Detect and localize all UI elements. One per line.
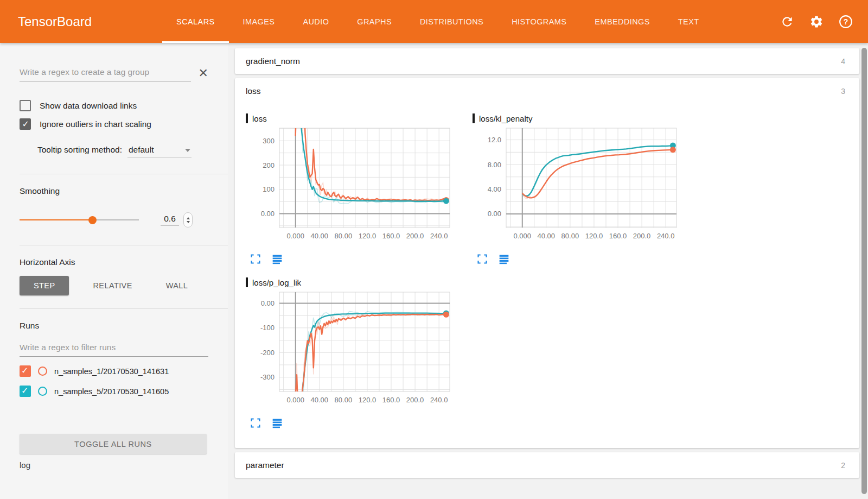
svg-text:80.00: 80.00 bbox=[335, 232, 353, 240]
vertical-scrollbar[interactable] bbox=[861, 48, 867, 494]
run-color-swatch[interactable] bbox=[38, 387, 47, 396]
tag-regex-input[interactable]: Write a regex to create a tag group bbox=[20, 63, 191, 81]
svg-text:12.0: 12.0 bbox=[488, 136, 501, 144]
run-label: n_samples_5/20170530_141605 bbox=[54, 387, 169, 396]
svg-text:40.00: 40.00 bbox=[311, 232, 329, 240]
run-color-swatch[interactable] bbox=[38, 367, 47, 376]
section-card-parameter: parameter 2 bbox=[235, 452, 859, 478]
svg-text:120.0: 120.0 bbox=[359, 232, 376, 240]
svg-text:200.0: 200.0 bbox=[406, 396, 424, 404]
data-table-icon[interactable] bbox=[499, 254, 509, 264]
section-title: loss bbox=[246, 86, 261, 96]
tab-embeddings[interactable]: EMBEDDINGS bbox=[580, 0, 664, 43]
smoothing-stepper[interactable] bbox=[183, 212, 193, 228]
chart-loss-kl-penalty: loss/kl_penalty 0.00040.0080.00120.0160.… bbox=[473, 113, 698, 270]
svg-text:8.00: 8.00 bbox=[488, 161, 501, 169]
svg-text:-300: -300 bbox=[260, 373, 275, 381]
run-checkbox[interactable] bbox=[20, 386, 31, 397]
svg-text:80.00: 80.00 bbox=[335, 396, 353, 404]
run-checkbox[interactable] bbox=[20, 365, 31, 377]
smoothing-label: Smoothing bbox=[20, 186, 208, 196]
tooltip-sorting-label: Tooltip sorting method: bbox=[37, 145, 122, 155]
log-link[interactable]: log bbox=[20, 460, 208, 470]
svg-text:240.0: 240.0 bbox=[657, 232, 675, 240]
runs-regex-input[interactable]: Write a regex to filter runs bbox=[20, 338, 208, 357]
chart-title: loss bbox=[252, 114, 267, 123]
section-count-badge: 4 bbox=[841, 57, 845, 66]
runs-regex-placeholder: Write a regex to filter runs bbox=[20, 343, 116, 352]
svg-text:100: 100 bbox=[263, 185, 275, 193]
tag-marker bbox=[246, 113, 248, 123]
tag-regex-placeholder: Write a regex to create a tag group bbox=[20, 67, 149, 77]
horizontal-axis-label: Horizontal Axis bbox=[20, 257, 208, 267]
refresh-icon[interactable] bbox=[780, 15, 794, 29]
loss-line-chart[interactable]: 0.00040.0080.00120.0160.0200.0240.00.001… bbox=[246, 124, 456, 249]
data-table-icon[interactable] bbox=[272, 254, 283, 264]
chevron-down-icon bbox=[185, 149, 190, 152]
runs-heading: Runs bbox=[20, 321, 208, 331]
svg-text:4.00: 4.00 bbox=[488, 185, 501, 193]
smoothing-value-input[interactable]: 0.6 bbox=[161, 214, 179, 226]
axis-wall-button[interactable]: WALL bbox=[156, 276, 198, 295]
svg-text:-100: -100 bbox=[260, 324, 275, 332]
axis-step-button[interactable]: STEP bbox=[20, 276, 69, 295]
svg-text:240.0: 240.0 bbox=[430, 396, 448, 404]
chart-title: loss/p_log_lik bbox=[252, 278, 301, 287]
top-app-bar: TensorBoard SCALARS IMAGES AUDIO GRAPHS … bbox=[0, 0, 868, 43]
section-count-badge: 2 bbox=[841, 461, 845, 470]
expand-chart-icon[interactable] bbox=[250, 254, 261, 264]
divider bbox=[20, 174, 228, 174]
svg-text:0.000: 0.000 bbox=[513, 232, 531, 240]
close-icon[interactable]: ✕ bbox=[199, 67, 208, 81]
chart-loss-p-log-lik: loss/p_log_lik 0.00040.0080.00120.0160.0… bbox=[246, 277, 471, 434]
tab-images[interactable]: IMAGES bbox=[229, 0, 289, 43]
tab-scalars[interactable]: SCALARS bbox=[162, 0, 229, 43]
slider-handle[interactable] bbox=[88, 216, 97, 224]
toggle-all-runs-button[interactable]: TOGGLE ALL RUNS bbox=[20, 434, 207, 454]
svg-text:?: ? bbox=[844, 17, 848, 26]
settings-gear-icon[interactable] bbox=[809, 15, 824, 29]
svg-text:200: 200 bbox=[263, 161, 275, 169]
section-count-badge: 3 bbox=[841, 87, 845, 96]
svg-text:0.000: 0.000 bbox=[286, 396, 304, 404]
section-header-parameter[interactable]: parameter 2 bbox=[235, 452, 859, 478]
ignore-outliers-label: Ignore outliers in chart scaling bbox=[40, 119, 151, 129]
tab-graphs[interactable]: GRAPHS bbox=[343, 0, 406, 43]
svg-text:0.00: 0.00 bbox=[488, 210, 501, 218]
expand-chart-icon[interactable] bbox=[250, 418, 261, 428]
kl-penalty-line-chart[interactable]: 0.00040.0080.00120.0160.0200.0240.00.004… bbox=[473, 124, 683, 249]
toolbar-actions: ? bbox=[780, 15, 853, 29]
svg-text:-200: -200 bbox=[260, 349, 275, 357]
svg-text:80.00: 80.00 bbox=[561, 232, 579, 240]
nav-tabs: SCALARS IMAGES AUDIO GRAPHS DISTRIBUTION… bbox=[162, 0, 713, 43]
svg-text:120.0: 120.0 bbox=[585, 232, 603, 240]
section-header-gradient-norm[interactable]: gradient_norm 4 bbox=[235, 48, 859, 74]
svg-text:0.000: 0.000 bbox=[286, 232, 304, 240]
section-title: parameter bbox=[246, 460, 284, 470]
svg-text:0.00: 0.00 bbox=[261, 210, 275, 218]
tab-histograms[interactable]: HISTOGRAMS bbox=[497, 0, 580, 43]
section-header-loss[interactable]: loss 3 bbox=[235, 78, 859, 104]
ignore-outliers-checkbox[interactable] bbox=[20, 118, 31, 130]
tab-distributions[interactable]: DISTRIBUTIONS bbox=[406, 0, 497, 43]
smoothing-slider[interactable] bbox=[20, 219, 139, 220]
sidebar: Write a regex to create a tag group ✕ Sh… bbox=[0, 43, 228, 499]
section-card-gradient-norm: gradient_norm 4 bbox=[235, 48, 859, 74]
stepper-down-icon[interactable] bbox=[187, 221, 190, 223]
help-icon[interactable]: ? bbox=[839, 15, 853, 29]
svg-text:120.0: 120.0 bbox=[359, 396, 376, 404]
svg-text:0.00: 0.00 bbox=[261, 299, 275, 307]
svg-text:40.00: 40.00 bbox=[311, 396, 329, 404]
expand-chart-icon[interactable] bbox=[477, 254, 488, 264]
svg-text:300: 300 bbox=[263, 137, 275, 145]
stepper-up-icon[interactable] bbox=[187, 217, 190, 219]
axis-relative-button[interactable]: RELATIVE bbox=[83, 276, 142, 295]
chart-title: loss/kl_penalty bbox=[479, 114, 532, 123]
show-download-links-label: Show data download links bbox=[40, 101, 137, 111]
tooltip-sorting-select[interactable]: default bbox=[127, 144, 192, 157]
tab-text[interactable]: TEXT bbox=[664, 0, 713, 43]
data-table-icon[interactable] bbox=[272, 418, 283, 428]
tab-audio[interactable]: AUDIO bbox=[289, 0, 343, 43]
show-download-links-checkbox[interactable] bbox=[20, 100, 31, 111]
p-log-lik-line-chart[interactable]: 0.00040.0080.00120.0160.0200.0240.00.00-… bbox=[246, 288, 456, 413]
